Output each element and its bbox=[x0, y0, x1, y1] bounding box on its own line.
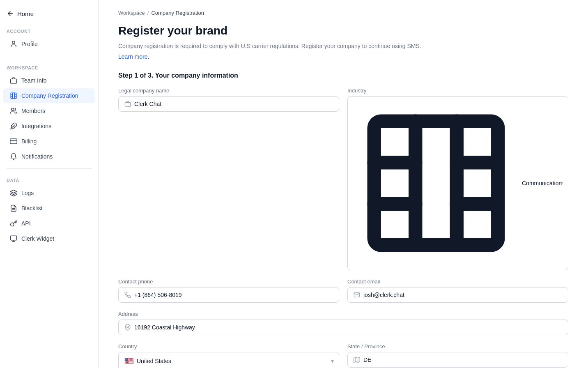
svg-rect-7 bbox=[10, 139, 17, 144]
users-icon bbox=[10, 107, 17, 115]
address-group: Address bbox=[118, 311, 568, 335]
sidebar-section-data: Data Logs Blacklist API Clerk Widget bbox=[0, 173, 98, 246]
breadcrumb-workspace[interactable]: Workspace bbox=[118, 10, 145, 16]
divider-1 bbox=[7, 56, 92, 56]
integrations-label: Integrations bbox=[21, 123, 51, 129]
members-label: Members bbox=[21, 108, 45, 114]
address-wrapper bbox=[118, 320, 568, 335]
state-province-label: State / Province bbox=[347, 343, 568, 350]
building-input-icon bbox=[354, 101, 519, 266]
sidebar-item-profile[interactable]: Profile bbox=[3, 37, 95, 51]
svg-point-4 bbox=[11, 108, 14, 110]
api-label: API bbox=[21, 220, 31, 227]
phone-icon bbox=[124, 292, 131, 298]
company-registration-label: Company Registration bbox=[21, 92, 78, 99]
sidebar-section-workspace: Workspace Team Info Company Registration… bbox=[0, 60, 98, 164]
svg-rect-15 bbox=[125, 103, 130, 106]
arrow-left-icon bbox=[7, 10, 14, 17]
blacklist-label: Blacklist bbox=[21, 205, 42, 212]
svg-rect-3 bbox=[11, 93, 16, 99]
contact-phone-label: Contact phone bbox=[118, 278, 339, 285]
breadcrumb-current: Company Registration bbox=[151, 10, 204, 16]
industry-select-wrapper: Communication Technology Finance Healthc… bbox=[347, 96, 568, 270]
contact-email-wrapper bbox=[347, 287, 568, 303]
map-icon bbox=[354, 356, 360, 363]
svg-point-1 bbox=[12, 41, 15, 44]
billing-label: Billing bbox=[21, 138, 37, 145]
contact-phone-group: Contact phone bbox=[118, 278, 339, 303]
sidebar-item-integrations[interactable]: Integrations bbox=[3, 119, 95, 133]
sidebar-item-logs[interactable]: Logs bbox=[3, 186, 95, 200]
svg-rect-16 bbox=[374, 122, 498, 246]
legal-company-name-label: Legal company name bbox=[118, 87, 339, 94]
location-icon bbox=[124, 324, 131, 331]
contact-email-group: Contact email bbox=[347, 278, 568, 303]
key-icon bbox=[10, 220, 17, 227]
country-select[interactable]: United States Canada United Kingdom Aust… bbox=[137, 358, 333, 364]
sidebar-item-company-registration[interactable]: Company Registration bbox=[3, 88, 95, 103]
workspace-section-label: Workspace bbox=[0, 60, 98, 73]
home-label: Home bbox=[17, 10, 34, 17]
data-section-label: Data bbox=[0, 173, 98, 185]
team-info-label: Team Info bbox=[21, 77, 46, 84]
clerk-widget-label: Clerk Widget bbox=[21, 235, 54, 242]
address-input[interactable] bbox=[134, 324, 562, 331]
sidebar-item-members[interactable]: Members bbox=[3, 104, 95, 118]
learn-more-link[interactable]: Learn more. bbox=[118, 53, 149, 60]
industry-select[interactable]: Communication Technology Finance Healthc… bbox=[522, 180, 562, 186]
profile-label: Profile bbox=[21, 41, 38, 47]
svg-point-17 bbox=[127, 326, 129, 328]
svg-rect-2 bbox=[11, 79, 17, 83]
divider-2 bbox=[7, 168, 92, 169]
industry-label: Industry bbox=[347, 87, 568, 94]
contact-email-input[interactable] bbox=[363, 292, 562, 298]
state-province-wrapper bbox=[347, 352, 568, 368]
sidebar-section-account: Account Profile bbox=[0, 24, 98, 52]
main-content: Workspace / Company Registration Registe… bbox=[99, 0, 588, 368]
company-registration-form: Legal company name Industry Communicati bbox=[118, 87, 568, 368]
account-section-label: Account bbox=[0, 24, 98, 36]
svg-marker-9 bbox=[11, 190, 17, 193]
home-button[interactable]: Home bbox=[0, 7, 98, 24]
file-icon bbox=[10, 205, 17, 212]
state-province-input[interactable] bbox=[363, 356, 562, 363]
puzzle-icon bbox=[10, 122, 17, 130]
contact-phone-input[interactable] bbox=[134, 292, 333, 298]
state-province-group: State / Province bbox=[347, 343, 568, 368]
sidebar-item-clerk-widget[interactable]: Clerk Widget bbox=[3, 231, 95, 246]
country-select-wrapper: 🇺🇸 United States Canada United Kingdom A… bbox=[118, 352, 339, 368]
industry-group: Industry Communication Technology Financ… bbox=[347, 87, 568, 270]
sidebar: Home Account Profile Workspace Team Info… bbox=[0, 0, 99, 368]
sidebar-item-billing[interactable]: Billing bbox=[3, 134, 95, 149]
country-label: Country bbox=[118, 343, 339, 350]
breadcrumb: Workspace / Company Registration bbox=[118, 10, 568, 16]
contact-email-label: Contact email bbox=[347, 278, 568, 285]
credit-card-icon bbox=[10, 138, 17, 145]
widget-icon bbox=[10, 235, 17, 242]
notifications-label: Notifications bbox=[21, 153, 53, 160]
legal-company-name-wrapper bbox=[118, 96, 339, 112]
sidebar-item-blacklist[interactable]: Blacklist bbox=[3, 201, 95, 216]
page-description: Company registration is required to comp… bbox=[118, 41, 568, 51]
email-icon bbox=[354, 292, 360, 298]
legal-company-name-input[interactable] bbox=[134, 101, 333, 107]
country-flag: 🇺🇸 bbox=[124, 356, 133, 366]
sidebar-item-notifications[interactable]: Notifications bbox=[3, 149, 95, 164]
address-label: Address bbox=[118, 311, 568, 317]
page-title: Register your brand bbox=[118, 24, 568, 37]
breadcrumb-separator: / bbox=[147, 10, 149, 16]
sidebar-item-team-info[interactable]: Team Info bbox=[3, 73, 95, 88]
logs-label: Logs bbox=[21, 190, 34, 196]
bell-icon bbox=[10, 153, 17, 160]
building-icon bbox=[10, 92, 17, 99]
sidebar-item-api[interactable]: API bbox=[3, 216, 95, 231]
briefcase-input-icon bbox=[124, 101, 131, 107]
svg-marker-18 bbox=[354, 357, 360, 363]
step-title: Step 1 of 3. Your company information bbox=[118, 72, 568, 79]
legal-company-name-group: Legal company name bbox=[118, 87, 339, 270]
user-icon bbox=[10, 40, 17, 48]
country-group: Country 🇺🇸 United States Canada United K… bbox=[118, 343, 339, 368]
layers-icon bbox=[10, 189, 17, 197]
svg-rect-12 bbox=[11, 236, 17, 240]
contact-phone-wrapper bbox=[118, 287, 339, 303]
